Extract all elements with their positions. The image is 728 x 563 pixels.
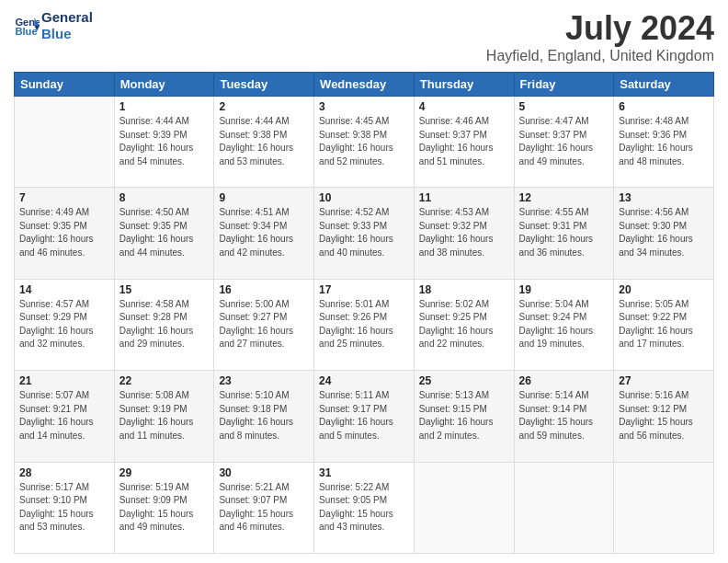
calendar-cell bbox=[614, 462, 714, 553]
day-info: Sunrise: 5:13 AM Sunset: 9:15 PM Dayligh… bbox=[419, 389, 509, 442]
day-number: 8 bbox=[119, 191, 210, 204]
calendar-cell bbox=[15, 97, 115, 188]
page: General Blue General Blue July 2024 Hayf… bbox=[0, 0, 728, 563]
day-number: 11 bbox=[419, 191, 509, 204]
day-info: Sunrise: 4:56 AM Sunset: 9:30 PM Dayligh… bbox=[619, 206, 709, 259]
day-info: Sunrise: 4:57 AM Sunset: 9:29 PM Dayligh… bbox=[19, 298, 109, 351]
calendar-cell: 19Sunrise: 5:04 AM Sunset: 9:24 PM Dayli… bbox=[514, 279, 614, 370]
logo-line2: Blue bbox=[41, 26, 93, 42]
calendar-cell: 12Sunrise: 4:55 AM Sunset: 9:31 PM Dayli… bbox=[514, 188, 614, 279]
day-info: Sunrise: 5:08 AM Sunset: 9:19 PM Dayligh… bbox=[119, 389, 210, 442]
calendar-cell: 30Sunrise: 5:21 AM Sunset: 9:07 PM Dayli… bbox=[214, 462, 314, 553]
day-number: 9 bbox=[219, 191, 309, 204]
calendar-cell: 8Sunrise: 4:50 AM Sunset: 9:35 PM Daylig… bbox=[114, 188, 214, 279]
day-number: 7 bbox=[19, 191, 109, 204]
calendar-cell: 18Sunrise: 5:02 AM Sunset: 9:25 PM Dayli… bbox=[414, 279, 514, 370]
logo-icon: General Blue bbox=[14, 13, 40, 39]
day-number: 29 bbox=[119, 466, 210, 479]
day-number: 30 bbox=[219, 466, 309, 479]
calendar-cell: 10Sunrise: 4:52 AM Sunset: 9:33 PM Dayli… bbox=[314, 188, 415, 279]
day-number: 23 bbox=[219, 374, 309, 387]
calendar-cell: 11Sunrise: 4:53 AM Sunset: 9:32 PM Dayli… bbox=[414, 188, 514, 279]
calendar-cell: 31Sunrise: 5:22 AM Sunset: 9:05 PM Dayli… bbox=[314, 462, 415, 553]
title-block: July 2024 Hayfield, England, United King… bbox=[486, 9, 714, 64]
day-info: Sunrise: 5:19 AM Sunset: 9:09 PM Dayligh… bbox=[119, 481, 210, 534]
calendar-header-thursday: Thursday bbox=[414, 73, 514, 97]
day-number: 20 bbox=[619, 283, 709, 296]
day-info: Sunrise: 4:49 AM Sunset: 9:35 PM Dayligh… bbox=[19, 206, 109, 259]
calendar-header-friday: Friday bbox=[514, 73, 614, 97]
calendar-table: SundayMondayTuesdayWednesdayThursdayFrid… bbox=[14, 72, 714, 554]
calendar-cell: 25Sunrise: 5:13 AM Sunset: 9:15 PM Dayli… bbox=[414, 371, 514, 462]
day-info: Sunrise: 5:05 AM Sunset: 9:22 PM Dayligh… bbox=[619, 298, 709, 351]
day-info: Sunrise: 4:45 AM Sunset: 9:38 PM Dayligh… bbox=[319, 115, 409, 168]
calendar-cell: 29Sunrise: 5:19 AM Sunset: 9:09 PM Dayli… bbox=[114, 462, 214, 553]
logo: General Blue General Blue bbox=[14, 9, 93, 42]
calendar-header-monday: Monday bbox=[114, 73, 214, 97]
day-number: 3 bbox=[319, 100, 409, 113]
calendar-week-row: 14Sunrise: 4:57 AM Sunset: 9:29 PM Dayli… bbox=[15, 279, 714, 370]
calendar-week-row: 7Sunrise: 4:49 AM Sunset: 9:35 PM Daylig… bbox=[15, 188, 714, 279]
day-info: Sunrise: 5:16 AM Sunset: 9:12 PM Dayligh… bbox=[619, 389, 709, 442]
day-info: Sunrise: 4:58 AM Sunset: 9:28 PM Dayligh… bbox=[119, 298, 210, 351]
day-number: 27 bbox=[619, 374, 709, 387]
calendar-cell: 5Sunrise: 4:47 AM Sunset: 9:37 PM Daylig… bbox=[514, 97, 614, 188]
calendar-header-saturday: Saturday bbox=[614, 73, 714, 97]
day-number: 25 bbox=[419, 374, 509, 387]
calendar-cell: 24Sunrise: 5:11 AM Sunset: 9:17 PM Dayli… bbox=[314, 371, 415, 462]
day-number: 31 bbox=[319, 466, 409, 479]
calendar-cell bbox=[414, 462, 514, 553]
day-info: Sunrise: 5:21 AM Sunset: 9:07 PM Dayligh… bbox=[219, 481, 309, 534]
day-info: Sunrise: 4:46 AM Sunset: 9:37 PM Dayligh… bbox=[419, 115, 509, 168]
day-info: Sunrise: 4:51 AM Sunset: 9:34 PM Dayligh… bbox=[219, 206, 309, 259]
day-number: 4 bbox=[419, 100, 509, 113]
calendar-cell: 15Sunrise: 4:58 AM Sunset: 9:28 PM Dayli… bbox=[114, 279, 214, 370]
calendar-cell: 9Sunrise: 4:51 AM Sunset: 9:34 PM Daylig… bbox=[214, 188, 314, 279]
calendar-cell: 20Sunrise: 5:05 AM Sunset: 9:22 PM Dayli… bbox=[614, 279, 714, 370]
calendar-cell bbox=[514, 462, 614, 553]
day-number: 18 bbox=[419, 283, 509, 296]
day-info: Sunrise: 5:22 AM Sunset: 9:05 PM Dayligh… bbox=[319, 481, 409, 534]
day-info: Sunrise: 4:52 AM Sunset: 9:33 PM Dayligh… bbox=[319, 206, 409, 259]
calendar-cell: 17Sunrise: 5:01 AM Sunset: 9:26 PM Dayli… bbox=[314, 279, 415, 370]
calendar-cell: 3Sunrise: 4:45 AM Sunset: 9:38 PM Daylig… bbox=[314, 97, 415, 188]
calendar-cell: 27Sunrise: 5:16 AM Sunset: 9:12 PM Dayli… bbox=[614, 371, 714, 462]
calendar-cell: 1Sunrise: 4:44 AM Sunset: 9:39 PM Daylig… bbox=[114, 97, 214, 188]
day-number: 28 bbox=[19, 466, 109, 479]
day-info: Sunrise: 5:00 AM Sunset: 9:27 PM Dayligh… bbox=[219, 298, 309, 351]
day-info: Sunrise: 4:53 AM Sunset: 9:32 PM Dayligh… bbox=[419, 206, 509, 259]
main-title: July 2024 bbox=[486, 9, 714, 48]
day-number: 13 bbox=[619, 191, 709, 204]
calendar-cell: 26Sunrise: 5:14 AM Sunset: 9:14 PM Dayli… bbox=[514, 371, 614, 462]
day-info: Sunrise: 4:55 AM Sunset: 9:31 PM Dayligh… bbox=[519, 206, 609, 259]
calendar-cell: 2Sunrise: 4:44 AM Sunset: 9:38 PM Daylig… bbox=[214, 97, 314, 188]
calendar-cell: 16Sunrise: 5:00 AM Sunset: 9:27 PM Dayli… bbox=[214, 279, 314, 370]
day-number: 15 bbox=[119, 283, 210, 296]
day-info: Sunrise: 5:07 AM Sunset: 9:21 PM Dayligh… bbox=[19, 389, 109, 442]
calendar-week-row: 21Sunrise: 5:07 AM Sunset: 9:21 PM Dayli… bbox=[15, 371, 714, 462]
day-number: 21 bbox=[19, 374, 109, 387]
calendar-cell: 14Sunrise: 4:57 AM Sunset: 9:29 PM Dayli… bbox=[15, 279, 115, 370]
day-info: Sunrise: 5:02 AM Sunset: 9:25 PM Dayligh… bbox=[419, 298, 509, 351]
svg-text:Blue: Blue bbox=[15, 26, 37, 37]
calendar-header-sunday: Sunday bbox=[15, 73, 115, 97]
day-info: Sunrise: 5:14 AM Sunset: 9:14 PM Dayligh… bbox=[519, 389, 609, 442]
calendar-header-tuesday: Tuesday bbox=[214, 73, 314, 97]
calendar-cell: 23Sunrise: 5:10 AM Sunset: 9:18 PM Dayli… bbox=[214, 371, 314, 462]
calendar-cell: 7Sunrise: 4:49 AM Sunset: 9:35 PM Daylig… bbox=[15, 188, 115, 279]
day-info: Sunrise: 5:04 AM Sunset: 9:24 PM Dayligh… bbox=[519, 298, 609, 351]
header: General Blue General Blue July 2024 Hayf… bbox=[14, 9, 714, 64]
day-number: 22 bbox=[119, 374, 210, 387]
day-number: 2 bbox=[219, 100, 309, 113]
day-number: 5 bbox=[519, 100, 609, 113]
calendar-week-row: 28Sunrise: 5:17 AM Sunset: 9:10 PM Dayli… bbox=[15, 462, 714, 553]
day-number: 1 bbox=[119, 100, 210, 113]
calendar-cell: 22Sunrise: 5:08 AM Sunset: 9:19 PM Dayli… bbox=[114, 371, 214, 462]
calendar-cell: 21Sunrise: 5:07 AM Sunset: 9:21 PM Dayli… bbox=[15, 371, 115, 462]
day-number: 17 bbox=[319, 283, 409, 296]
day-number: 26 bbox=[519, 374, 609, 387]
calendar-header-row: SundayMondayTuesdayWednesdayThursdayFrid… bbox=[15, 73, 714, 97]
calendar-cell: 28Sunrise: 5:17 AM Sunset: 9:10 PM Dayli… bbox=[15, 462, 115, 553]
calendar-header-wednesday: Wednesday bbox=[314, 73, 415, 97]
calendar-cell: 4Sunrise: 4:46 AM Sunset: 9:37 PM Daylig… bbox=[414, 97, 514, 188]
